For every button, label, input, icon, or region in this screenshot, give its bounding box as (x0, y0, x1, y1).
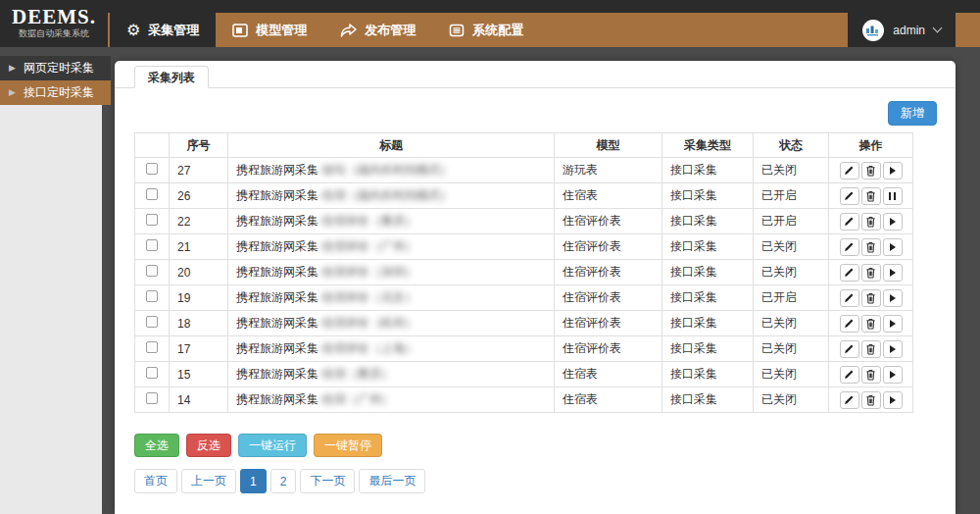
brand-subtitle: 数据自动采集系统 (19, 27, 89, 40)
page-item[interactable]: 1 (240, 469, 267, 493)
delete-button[interactable] (861, 366, 881, 384)
row-title: 携程旅游网采集-住宿评价（杭州） (228, 311, 555, 336)
row-serial: 22 (170, 209, 228, 234)
pause-all-button[interactable]: 一键暂停 (314, 434, 382, 457)
tab-collection-list[interactable]: 采集列表 (134, 66, 209, 88)
edit-button[interactable] (840, 162, 859, 180)
run-button[interactable] (883, 315, 903, 333)
page-item[interactable]: 上一页 (181, 469, 236, 493)
sidebar-item-api-collection[interactable]: ▶ 接口定时采集 (0, 80, 111, 105)
row-checkbox[interactable] (146, 290, 158, 302)
row-collect-type: 接口采集 (662, 183, 754, 209)
edit-button[interactable] (840, 213, 859, 231)
delete-button[interactable] (861, 340, 881, 358)
row-checkbox[interactable] (146, 367, 158, 379)
row-title-clear: 携程旅游网采集 (236, 290, 318, 304)
row-model: 住宿表 (555, 183, 662, 209)
page-item[interactable]: 下一页 (300, 469, 355, 493)
invert-select-button[interactable]: 反选 (186, 434, 231, 457)
row-serial: 18 (170, 311, 228, 336)
row-status: 已关闭 (754, 336, 829, 362)
row-title-blurred: -住宿评价（广州） (318, 239, 416, 253)
nav-item-label: 模型管理 (256, 22, 307, 39)
avatar (862, 20, 884, 41)
row-title: 携程旅游网采集-住宿评价（广州） (228, 234, 555, 260)
edit-button[interactable] (840, 315, 859, 333)
run-button[interactable] (883, 391, 903, 409)
run-button[interactable] (883, 289, 903, 307)
column-header: 模型 (555, 133, 662, 158)
edit-button[interactable] (840, 289, 859, 307)
delete-button[interactable] (861, 238, 881, 256)
row-serial: 27 (170, 158, 228, 183)
row-checkbox[interactable] (146, 214, 158, 226)
row-serial: 14 (170, 387, 228, 413)
nav-item-model[interactable]: 模型管理 (216, 13, 323, 47)
row-actions (829, 260, 913, 285)
delete-button[interactable] (861, 264, 881, 282)
sidebar-item-web-collection[interactable]: ▶ 网页定时采集 (0, 56, 111, 80)
delete-button[interactable] (861, 315, 881, 333)
page-item[interactable]: 首页 (134, 469, 177, 493)
row-title-blurred: -住宿（国内长时间模式） (318, 188, 452, 202)
row-collect-type: 接口采集 (662, 209, 754, 234)
row-collect-type: 接口采集 (662, 234, 754, 260)
row-serial: 21 (170, 234, 228, 260)
run-button[interactable] (883, 366, 903, 384)
select-all-button[interactable]: 全选 (134, 434, 179, 457)
row-actions (829, 362, 913, 387)
page-item[interactable]: 最后一页 (359, 469, 425, 493)
add-button[interactable]: 新增 (888, 101, 937, 126)
row-title: 携程旅游网采集-住宿（重庆） (228, 362, 555, 387)
delete-button[interactable] (861, 187, 881, 205)
edit-button[interactable] (840, 340, 859, 358)
row-status: 已关闭 (754, 234, 829, 260)
user-menu[interactable]: admin (848, 13, 956, 47)
chevron-down-icon (933, 24, 943, 33)
row-checkbox[interactable] (146, 316, 158, 328)
row-model: 住宿评价表 (555, 209, 662, 234)
navbar-menu: ⚙ 采集管理 模型管理 发布管理 系统配置 (110, 13, 540, 47)
pause-button[interactable] (883, 187, 903, 205)
nav-item-publish[interactable]: 发布管理 (323, 13, 432, 47)
row-checkbox[interactable] (146, 188, 158, 200)
run-button[interactable] (883, 162, 903, 180)
row-actions (829, 285, 913, 311)
edit-button[interactable] (840, 238, 859, 256)
run-button[interactable] (883, 264, 903, 282)
row-model: 住宿评价表 (555, 285, 662, 311)
page-item[interactable]: 2 (270, 469, 297, 493)
row-checkbox[interactable] (146, 239, 158, 251)
run-button[interactable] (883, 340, 903, 358)
list-config-icon (449, 24, 465, 37)
delete-button[interactable] (861, 391, 881, 409)
run-button[interactable] (883, 238, 903, 256)
run-all-button[interactable]: 一键运行 (238, 434, 307, 457)
row-checkbox[interactable] (146, 265, 158, 277)
edit-button[interactable] (840, 366, 859, 384)
row-checkbox[interactable] (146, 341, 158, 353)
row-checkbox[interactable] (146, 163, 158, 175)
nav-item-system[interactable]: 系统配置 (432, 13, 540, 47)
edit-button[interactable] (840, 391, 859, 409)
table-row: 21携程旅游网采集-住宿评价（广州）住宿评价表接口采集已关闭 (135, 234, 913, 260)
run-button[interactable] (883, 213, 903, 231)
edit-button[interactable] (840, 187, 859, 205)
row-title-blurred: -游玩（国内长时间模式） (318, 163, 452, 177)
share-arrow-icon (340, 24, 357, 37)
edit-button[interactable] (840, 264, 859, 282)
nav-item-collection[interactable]: ⚙ 采集管理 (110, 13, 216, 47)
row-title-clear: 携程旅游网采集 (236, 316, 318, 330)
row-title-clear: 携程旅游网采集 (236, 188, 318, 202)
delete-button[interactable] (861, 289, 881, 307)
row-title: 携程旅游网采集-游玩（国内长时间模式） (228, 158, 555, 183)
row-serial: 19 (170, 285, 228, 311)
row-actions (829, 183, 913, 209)
row-collect-type: 接口采集 (662, 285, 754, 311)
row-title-clear: 携程旅游网采集 (236, 239, 318, 253)
delete-button[interactable] (861, 213, 881, 231)
row-checkbox[interactable] (146, 392, 158, 404)
nav-item-label: 采集管理 (148, 22, 199, 39)
column-header: 操作 (829, 133, 913, 158)
delete-button[interactable] (861, 162, 881, 180)
